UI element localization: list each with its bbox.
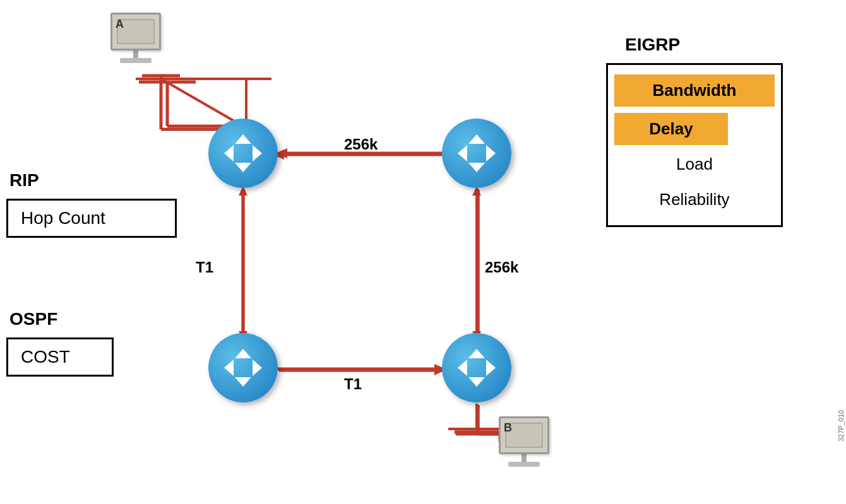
- router-top-right: [442, 119, 511, 188]
- eigrp-reliability: Reliability: [614, 184, 775, 216]
- svg-marker-43: [224, 145, 234, 161]
- router-bottom-left: [208, 333, 278, 402]
- svg-marker-54: [235, 377, 251, 387]
- svg-marker-56: [486, 360, 496, 376]
- computer-a-label: A: [116, 18, 124, 31]
- cost-box: COST: [6, 337, 114, 377]
- eigrp-label: EIGRP: [625, 35, 680, 55]
- svg-marker-51: [224, 360, 234, 376]
- svg-marker-52: [253, 360, 262, 376]
- svg-marker-55: [458, 360, 467, 376]
- eigrp-load: Load: [614, 148, 775, 180]
- computer-a: A: [110, 13, 161, 63]
- svg-marker-49: [468, 134, 485, 144]
- computer-b-stand: [521, 454, 527, 462]
- computer-b: B: [499, 416, 549, 467]
- link-label-t1-bottom: T1: [344, 375, 362, 393]
- hop-count-box: Hop Count: [6, 199, 177, 238]
- svg-marker-50: [468, 163, 485, 172]
- router-top-left: [208, 119, 278, 188]
- svg-marker-47: [458, 145, 467, 161]
- computer-a-base: [120, 58, 152, 63]
- ospf-label: OSPF: [9, 309, 57, 329]
- link-label-256k-top: 256k: [344, 136, 378, 153]
- link-label-t1-left: T1: [196, 259, 213, 276]
- computer-a-stand: [133, 50, 138, 58]
- link-label-256k-right: 256k: [485, 259, 518, 276]
- svg-marker-44: [253, 145, 262, 161]
- computer-b-label: B: [504, 421, 512, 435]
- eigrp-box: Bandwidth Delay Load Reliability: [606, 63, 783, 227]
- computer-b-base: [508, 462, 540, 467]
- svg-marker-46: [235, 163, 251, 172]
- router-bottom-right: [442, 333, 511, 402]
- eigrp-bandwidth: Bandwidth: [614, 74, 775, 107]
- computer-b-monitor: B: [499, 416, 549, 454]
- svg-marker-45: [235, 134, 251, 144]
- cost-text: COST: [21, 347, 70, 366]
- watermark: 327P_010: [837, 63, 845, 442]
- svg-marker-58: [468, 377, 485, 387]
- svg-marker-57: [468, 349, 485, 358]
- main-diagram: A B 256k T1 256k T1 RIP Hop Count OSPF C…: [0, 0, 846, 504]
- svg-marker-48: [486, 145, 496, 161]
- computer-a-monitor: A: [110, 13, 161, 50]
- rip-label: RIP: [9, 170, 39, 190]
- svg-marker-53: [235, 349, 251, 358]
- svg-marker-34: [277, 148, 287, 158]
- hop-count-text: Hop Count: [21, 208, 105, 228]
- eigrp-delay: Delay: [614, 113, 728, 145]
- svg-line-12: [161, 79, 243, 126]
